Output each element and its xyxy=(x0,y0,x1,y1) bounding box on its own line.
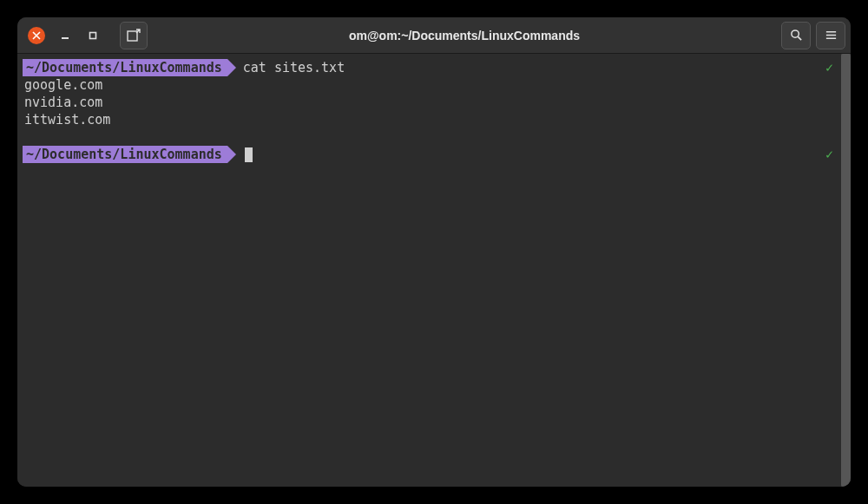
menu-button[interactable] xyxy=(816,22,845,49)
window-title: om@om:~/Documents/LinuxCommands xyxy=(148,29,781,43)
minimize-icon xyxy=(60,30,70,41)
svg-point-2 xyxy=(791,30,798,37)
close-button[interactable] xyxy=(28,27,45,44)
svg-rect-1 xyxy=(128,31,137,41)
status-check-icon: ✓ xyxy=(825,146,833,163)
scrollbar[interactable] xyxy=(841,54,851,487)
prompt-arrow-icon xyxy=(227,146,236,163)
new-tab-icon xyxy=(127,29,141,43)
terminal-window: om@om:~/Documents/LinuxCommands ~/Docume… xyxy=(17,17,851,487)
maximize-button[interactable] xyxy=(80,23,106,49)
search-button[interactable] xyxy=(781,22,811,49)
maximize-icon xyxy=(88,30,98,41)
status-check-icon: ✓ xyxy=(825,59,833,76)
output-line: google.com xyxy=(23,76,849,94)
titlebar-right-controls xyxy=(781,22,845,49)
minimize-button[interactable] xyxy=(52,23,78,49)
prompt-line: ~/Documents/LinuxCommands ✓ xyxy=(23,146,849,163)
titlebar: om@om:~/Documents/LinuxCommands xyxy=(17,17,851,54)
terminal-body[interactable]: ~/Documents/LinuxCommands cat sites.txt … xyxy=(17,54,851,487)
titlebar-left-controls xyxy=(23,22,148,49)
new-tab-button[interactable] xyxy=(120,22,148,49)
command-text: cat sites.txt xyxy=(243,59,345,76)
prompt-path: ~/Documents/LinuxCommands xyxy=(23,146,227,163)
prompt-line: ~/Documents/LinuxCommands cat sites.txt … xyxy=(23,59,849,76)
search-icon xyxy=(790,29,803,42)
close-icon xyxy=(32,31,41,40)
hamburger-icon xyxy=(825,29,838,42)
svg-rect-0 xyxy=(90,32,96,38)
blank-line xyxy=(23,128,849,146)
output-line: ittwist.com xyxy=(23,111,849,128)
output-line: nvidia.com xyxy=(23,94,849,111)
command-input[interactable] xyxy=(243,146,253,163)
prompt-path: ~/Documents/LinuxCommands xyxy=(23,59,227,76)
prompt-arrow-icon xyxy=(227,59,236,76)
cursor-icon xyxy=(245,147,253,162)
scrollbar-thumb[interactable] xyxy=(841,54,851,487)
